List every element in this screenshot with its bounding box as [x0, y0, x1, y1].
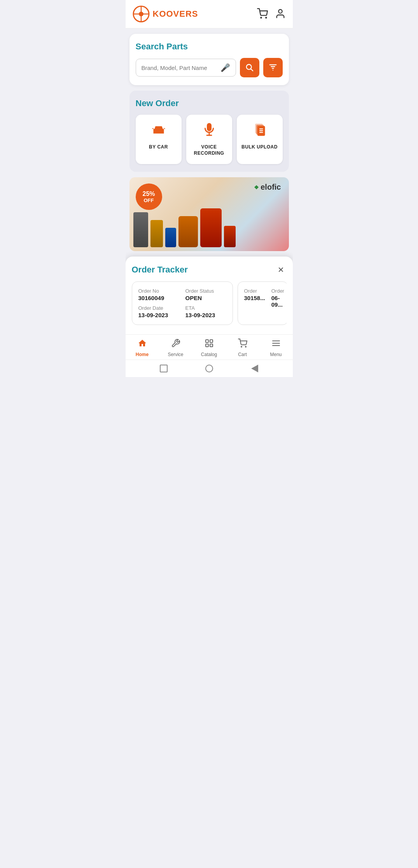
order-date-field: Order Date 13-09-2023	[138, 305, 179, 318]
service-icon	[171, 339, 180, 350]
car-icon	[152, 122, 166, 140]
voice-recording-label: VOICE RECORDING	[194, 144, 224, 156]
cart-icon-button[interactable]	[257, 8, 268, 20]
svg-point-4	[261, 17, 261, 18]
microphone-icon[interactable]: 🎤	[220, 63, 230, 72]
by-car-label: BY CAR	[149, 144, 168, 150]
search-row: 🎤	[136, 58, 283, 77]
order-date-value: 13-09-2023	[138, 312, 179, 318]
search-parts-card: Search Parts 🎤	[129, 34, 289, 85]
filter-part-5	[200, 208, 222, 247]
nav-catalog[interactable]: Catalog	[198, 339, 220, 357]
order-options: BY CAR VOICE RECORDING	[136, 115, 283, 164]
filter-button[interactable]	[263, 58, 283, 77]
profile-icon	[275, 8, 286, 19]
logo: KOOVERS	[133, 5, 198, 23]
profile-icon-button[interactable]	[275, 8, 286, 20]
bulk-upload-option[interactable]: BULK UPLOAD	[237, 115, 283, 164]
order-date-label-2: Order	[271, 288, 284, 294]
order-card-1: Order No 30160049 Order Status OPEN Orde…	[132, 281, 233, 325]
order-tracker-panel: Order Tracker ✕ Order No 30160049 Order …	[126, 257, 293, 334]
elofic-brand: ❖ elofic	[254, 183, 281, 192]
order-tracker-scroll[interactable]: Order No 30160049 Order Status OPEN Orde…	[132, 281, 287, 328]
cart-nav-icon	[238, 339, 247, 350]
android-square-button[interactable]	[160, 365, 168, 372]
new-order-card: New Order BY CAR VOICE RECORDING	[129, 91, 289, 172]
order-no-label: Order No	[138, 288, 179, 294]
filter-parts-display	[133, 208, 285, 247]
search-input[interactable]	[142, 65, 218, 71]
nav-menu[interactable]: Menu	[265, 339, 287, 357]
promo-banner: 25% OFF ❖ elofic	[129, 177, 289, 251]
app-header: KOOVERS	[126, 0, 293, 28]
elofic-dots-icon: ❖	[254, 184, 259, 190]
order-status-value: OPEN	[185, 295, 226, 301]
home-icon	[138, 339, 147, 350]
filter-part-4	[178, 216, 198, 247]
filter-part-6	[224, 226, 236, 247]
svg-point-20	[241, 346, 242, 347]
discount-label: OFF	[144, 197, 154, 204]
svg-rect-7	[207, 124, 211, 131]
by-car-option[interactable]: BY CAR	[136, 115, 182, 164]
filter-part-3	[165, 228, 176, 247]
nav-cart[interactable]: Cart	[232, 339, 253, 357]
order-eta-field: ETA 13-09-2023	[185, 305, 226, 318]
logo-icon	[133, 5, 150, 23]
order-status-label: Order Status	[185, 288, 226, 294]
bottom-navigation: Home Service Catalog Cart	[126, 334, 293, 360]
nav-service[interactable]: Service	[165, 339, 186, 357]
order-date-label: Order Date	[138, 305, 179, 311]
tracker-title: Order Tracker	[132, 265, 188, 275]
search-icon	[245, 63, 254, 72]
svg-point-6	[278, 9, 282, 13]
tracker-close-button[interactable]: ✕	[276, 264, 287, 275]
discount-badge: 25% OFF	[136, 183, 162, 210]
home-label: Home	[136, 352, 149, 357]
order-no-value-2: 30158...	[244, 295, 265, 301]
android-home-button[interactable]	[205, 365, 213, 372]
menu-label: Menu	[270, 352, 282, 357]
order-eta-label: ETA	[185, 305, 226, 311]
bulk-upload-icon	[253, 122, 267, 140]
svg-rect-19	[210, 344, 213, 347]
svg-rect-18	[206, 344, 208, 347]
filter-part-2	[150, 220, 163, 247]
header-icons	[257, 8, 286, 20]
order-no-value: 30160049	[138, 295, 179, 301]
svg-point-5	[266, 17, 266, 18]
search-button[interactable]	[240, 58, 259, 77]
order-eta-value: 13-09-2023	[185, 312, 226, 318]
svg-rect-16	[206, 340, 208, 342]
voice-recording-icon	[202, 122, 216, 140]
order-date-value-2: 06-09...	[271, 295, 284, 308]
order-no-field: Order No 30160049	[138, 288, 179, 301]
voice-recording-option[interactable]: VOICE RECORDING	[186, 115, 232, 164]
android-back-button[interactable]	[251, 365, 258, 372]
tracker-header: Order Tracker ✕	[132, 264, 287, 275]
order-date-field-2: Order 06-09...	[271, 288, 284, 318]
discount-value: 25%	[142, 190, 155, 197]
service-label: Service	[168, 352, 183, 357]
cart-label: Cart	[238, 352, 247, 357]
bulk-upload-label: BULK UPLOAD	[241, 144, 278, 150]
menu-icon	[271, 339, 281, 350]
android-navbar	[126, 360, 293, 377]
filter-part-1	[133, 212, 148, 247]
logo-text: KOOVERS	[153, 9, 198, 19]
filter-icon	[269, 63, 277, 72]
search-parts-title: Search Parts	[136, 42, 283, 52]
svg-rect-17	[210, 340, 213, 342]
svg-point-3	[139, 12, 143, 16]
order-card-2: Order 30158... Order 06-09...	[238, 281, 287, 325]
order-no-label-2: Order	[244, 288, 265, 294]
new-order-title: New Order	[136, 98, 283, 108]
svg-point-21	[245, 346, 246, 347]
order-status-field: Order Status OPEN	[185, 288, 226, 301]
catalog-label: Catalog	[201, 352, 217, 357]
elofic-name: elofic	[261, 183, 281, 192]
cart-icon	[257, 8, 268, 19]
order-no-field-2: Order 30158...	[244, 288, 265, 318]
search-input-wrap: 🎤	[136, 59, 236, 77]
nav-home[interactable]: Home	[131, 339, 153, 357]
